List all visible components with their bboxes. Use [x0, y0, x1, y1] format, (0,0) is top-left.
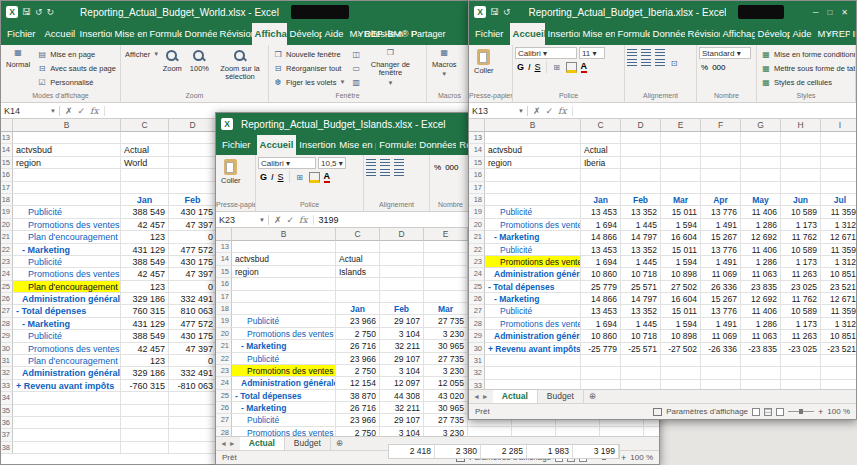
cell[interactable]: 15 011 [661, 206, 701, 218]
cell[interactable] [621, 157, 661, 169]
undo-icon[interactable]: ↺ [35, 7, 43, 17]
cell[interactable]: 1 694 [581, 318, 621, 330]
row-number[interactable]: 13 [469, 132, 485, 144]
cell[interactable] [621, 182, 661, 194]
page-layout-button[interactable]: ▤Mise en page [35, 47, 118, 61]
cell[interactable]: 329 186 [121, 367, 169, 379]
cell[interactable]: Plan d'encouragement à la [13, 231, 121, 243]
cell[interactable]: Publicité [13, 256, 121, 268]
row-number[interactable]: 19 [216, 315, 232, 327]
row-number[interactable]: 26 [469, 293, 485, 305]
cell[interactable]: 3 230 [424, 427, 468, 436]
cell[interactable]: 1 594 [661, 219, 701, 231]
cell[interactable] [121, 132, 169, 144]
cell[interactable]: 11 069 [701, 268, 741, 280]
cell[interactable] [13, 429, 121, 441]
enter-icon[interactable]: ✓ [546, 106, 554, 116]
cell[interactable] [13, 194, 121, 206]
cell[interactable]: 810 063 [169, 305, 217, 317]
align-middle-icon[interactable] [380, 159, 390, 167]
sheet-tab-actual[interactable]: Actual [240, 437, 285, 450]
cell[interactable]: Jan [581, 194, 621, 206]
cell[interactable]: 12 055 [424, 377, 468, 389]
normal-view-icon[interactable] [752, 408, 760, 416]
cell[interactable] [781, 182, 821, 194]
fx-icon[interactable]: fx [90, 106, 98, 116]
new-window-button[interactable]: ❒Nouvelle fenêtre [271, 47, 347, 61]
cell[interactable]: 10 860 [581, 330, 621, 342]
cell[interactable]: 430 175 [169, 206, 217, 218]
font-color-icon[interactable]: A [581, 61, 588, 73]
column-header[interactable]: B [485, 119, 581, 132]
cell[interactable]: 30 965 [424, 402, 468, 414]
cell[interactable]: Actual [336, 253, 380, 265]
row-number[interactable]: 30 [1, 343, 13, 355]
ribbon-tab-d-veloppeur[interactable]: Développeur [287, 23, 322, 45]
cell[interactable]: - Marketing [232, 402, 336, 414]
cell[interactable]: 32 211 [380, 340, 424, 352]
cell[interactable]: Administration générale [232, 377, 336, 389]
switch-windows-button[interactable]: ❒ Changer de fenêtre▼ [365, 47, 415, 88]
normal-view-button[interactable]: ▦ Normal [3, 47, 33, 71]
cell[interactable] [661, 157, 701, 169]
cell[interactable] [232, 278, 336, 290]
cell[interactable]: Publicité [13, 206, 121, 218]
tell-me-search[interactable]: ⌕ [827, 23, 832, 45]
cell[interactable] [121, 169, 169, 181]
row-number[interactable]: 31 [469, 355, 485, 367]
cell[interactable]: 11 263 [781, 330, 821, 342]
cell[interactable] [821, 355, 856, 367]
cell[interactable]: region [232, 266, 336, 278]
row-number[interactable]: 19 [469, 206, 485, 218]
row-number[interactable]: 18 [469, 194, 485, 206]
cell[interactable]: Publicité [232, 315, 336, 327]
cell[interactable]: 27 735 [424, 414, 468, 426]
cell[interactable]: 332 491 [169, 293, 217, 305]
cell[interactable]: 30 965 [424, 340, 468, 352]
cell[interactable]: Promotions des ventes [13, 343, 121, 355]
ribbon-tab-mise-en-page[interactable]: Mise en page [336, 135, 376, 155]
cell[interactable]: Promotions des ventes [13, 219, 121, 231]
cell[interactable]: Publicité [485, 206, 581, 218]
cell[interactable]: 14 866 [581, 293, 621, 305]
ribbon-tab-mise-en-page[interactable]: Mise en page [580, 23, 615, 45]
cell[interactable]: 0 [169, 281, 217, 293]
row-number[interactable]: 15 [1, 157, 13, 169]
cell[interactable] [485, 194, 581, 206]
cell[interactable]: 477 572 [169, 244, 217, 256]
cell[interactable]: 11 069 [701, 330, 741, 342]
cell[interactable]: - Total dépenses [13, 305, 121, 317]
row-number[interactable]: 18 [216, 303, 232, 315]
column-header[interactable]: C [336, 228, 380, 241]
cell[interactable] [621, 144, 661, 156]
cell[interactable] [13, 132, 121, 144]
cell[interactable]: 42 457 [121, 219, 169, 231]
cell[interactable] [821, 182, 856, 194]
italic-button[interactable]: I [271, 172, 274, 182]
cell[interactable]: 11 406 [741, 305, 781, 317]
zoom-100-button[interactable]: 100% [187, 47, 212, 75]
row-number[interactable]: 21 [1, 231, 13, 243]
cell[interactable]: Islands [336, 266, 380, 278]
cell[interactable]: 430 175 [169, 256, 217, 268]
cell[interactable]: 42 457 [121, 343, 169, 355]
cell[interactable]: 25 779 [581, 281, 621, 293]
underline-button[interactable]: S [278, 172, 284, 182]
cell[interactable]: 2 380 [435, 445, 481, 458]
ribbon-tab-fichier[interactable]: Fichier [216, 135, 257, 155]
cell[interactable]: World [121, 157, 169, 169]
close-icon[interactable]: ✕ [841, 8, 848, 17]
cell[interactable]: 1 312 [821, 219, 856, 231]
cell[interactable]: -23 025 [781, 343, 821, 355]
cell[interactable] [701, 157, 741, 169]
row-number[interactable]: 28 [469, 318, 485, 330]
cell[interactable]: 3 230 [424, 328, 468, 340]
cell[interactable]: 13 453 [581, 244, 621, 256]
align-top-icon[interactable] [627, 49, 637, 57]
cell[interactable]: 1 445 [621, 219, 661, 231]
borders-icon[interactable]: ⊞ [552, 63, 562, 72]
cell[interactable]: 11 359 [821, 244, 856, 256]
cell[interactable]: 12 692 [741, 293, 781, 305]
sheet-nav-icons[interactable]: ◄ ► [216, 437, 240, 450]
cell[interactable] [581, 182, 621, 194]
